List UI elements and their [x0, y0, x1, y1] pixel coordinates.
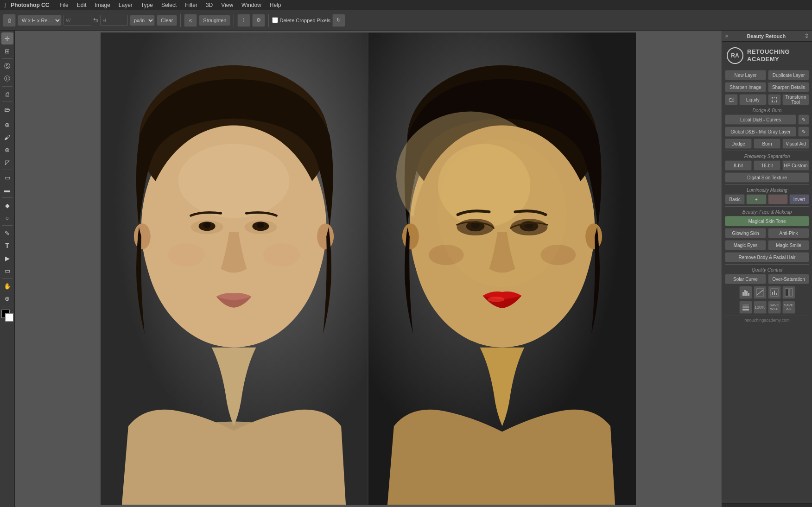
- digital-skin-btn[interactable]: Digital Skin Texture: [725, 172, 809, 183]
- glowing-skin-btn[interactable]: Glowing Skin: [725, 228, 766, 238]
- delete-cropped-label: Delete Cropped Pixels: [272, 17, 330, 23]
- menu-type[interactable]: Type: [137, 1, 157, 9]
- save-web-btn[interactable]: SAVEWEB: [768, 301, 781, 314]
- lumi-plus-btn[interactable]: +: [746, 194, 766, 204]
- menu-view[interactable]: View: [217, 1, 237, 9]
- type-tool[interactable]: T: [1, 240, 13, 252]
- svg-point-13: [263, 243, 300, 266]
- footer-url: retouchingacademy.com: [725, 316, 809, 324]
- menu-3d[interactable]: 3D: [202, 1, 216, 9]
- eraser-tool[interactable]: ▭: [1, 171, 13, 184]
- sharpen-details-btn[interactable]: Sharpen Details: [768, 82, 809, 92]
- menu-help[interactable]: Help: [266, 1, 285, 9]
- hand-tool[interactable]: ✋: [1, 280, 13, 292]
- transform-tool-btn[interactable]: Transform Tool: [782, 94, 810, 105]
- unit-select[interactable]: px/in: [130, 15, 155, 26]
- shape-tool[interactable]: ▭: [1, 265, 13, 277]
- dodge-burn-visual-row: Dodge Burn Visual Aid: [725, 139, 809, 149]
- layers-icon-btn[interactable]: [739, 301, 752, 314]
- grid-icon[interactable]: ⁝: [237, 14, 250, 27]
- crop-ratio-select[interactable]: W x H x Re...: [18, 15, 62, 26]
- solar-curve-btn[interactable]: Solar Curve: [725, 274, 766, 284]
- blur-tool[interactable]: ◆: [1, 199, 13, 211]
- new-layer-btn[interactable]: New Layer: [725, 70, 766, 80]
- plugin-scrollbar[interactable]: [722, 503, 812, 507]
- plugin-header: × Beauty Retouch ⇕: [722, 31, 812, 42]
- before-panel: [101, 32, 368, 505]
- menu-filter[interactable]: Filter: [181, 1, 201, 9]
- remove-hair-btn[interactable]: Remove Body & Facial Hair: [725, 252, 809, 262]
- global-ddb-row: Global D&B - Mid Gray Layer ✎: [725, 127, 809, 137]
- logo-line1: RETOUCHING: [747, 48, 790, 56]
- path-select-tool[interactable]: ▶: [1, 252, 13, 264]
- zoom-tool[interactable]: ⊕: [1, 292, 13, 304]
- magic-eyes-btn[interactable]: Magic Eyes: [725, 240, 766, 250]
- straighten-button[interactable]: Straighten: [199, 15, 230, 26]
- global-ddb-btn[interactable]: Global D&B - Mid Gray Layer: [725, 127, 796, 137]
- magical-skin-btn[interactable]: Magical Skin Tone: [725, 216, 809, 226]
- crop-tool-icon[interactable]: ⎙: [3, 14, 16, 27]
- local-ddb-icon-btn[interactable]: ✎: [798, 114, 809, 125]
- compare-icon-btn[interactable]: [782, 286, 795, 299]
- menu-edit[interactable]: Edit: [73, 1, 90, 9]
- duplicate-layer-btn[interactable]: Duplicate Layer: [768, 70, 809, 80]
- history-brush-tool[interactable]: ◸: [1, 156, 13, 168]
- eyedropper-tool[interactable]: 🗁: [1, 103, 13, 115]
- levels-icon-btn[interactable]: [768, 286, 781, 299]
- background-swatch[interactable]: [5, 313, 13, 322]
- freq-hp-btn[interactable]: HP Custom: [782, 160, 809, 171]
- reset-icon[interactable]: ↻: [332, 14, 345, 27]
- menu-file[interactable]: File: [56, 1, 72, 9]
- pen-tool[interactable]: ✎: [1, 227, 13, 239]
- width-input[interactable]: [63, 15, 91, 26]
- lumi-basic-btn[interactable]: Basic: [725, 194, 745, 204]
- svg-rect-51: [742, 306, 749, 308]
- freq-8bit-btn[interactable]: 8-bit: [725, 160, 752, 171]
- delete-cropped-checkbox[interactable]: [272, 17, 278, 23]
- artboard-tool[interactable]: ⊞: [1, 45, 13, 57]
- zoom-pct-btn[interactable]: 120%: [754, 301, 767, 314]
- burn-btn[interactable]: Burn: [754, 139, 780, 149]
- lasso-tool[interactable]: Ⓢ: [1, 60, 13, 72]
- move-tool[interactable]: ✛: [1, 32, 13, 44]
- curves-icon-btn[interactable]: [754, 286, 767, 299]
- canvas-area: [15, 31, 722, 507]
- straighten-icon[interactable]: ⎋: [184, 14, 197, 27]
- plugin-expand-btn[interactable]: ⇕: [804, 32, 809, 39]
- layer-buttons-row: New Layer Duplicate Layer: [725, 70, 809, 80]
- plugin-close-btn[interactable]: ×: [725, 32, 729, 39]
- menu-image[interactable]: Image: [91, 1, 114, 9]
- settings-icon[interactable]: ⚙: [252, 14, 265, 27]
- histogram-icon-btn[interactable]: [739, 286, 752, 299]
- lumi-minus-btn[interactable]: -: [768, 194, 788, 204]
- menu-select[interactable]: Select: [158, 1, 180, 9]
- global-ddb-icon-btn[interactable]: ✎: [798, 127, 809, 137]
- quick-select-tool[interactable]: Ⓤ: [1, 73, 13, 85]
- svg-rect-48: [785, 289, 788, 296]
- sharpen-image-btn[interactable]: Sharpen Image: [725, 82, 766, 92]
- dodge-btn[interactable]: Dodge: [725, 139, 752, 149]
- logo-area: RA RETOUCHING ACADEMY: [725, 44, 809, 67]
- spot-heal-tool[interactable]: ⊕: [1, 119, 13, 131]
- crop-tool[interactable]: ⎙: [1, 88, 13, 100]
- menu-layer[interactable]: Layer: [115, 1, 136, 9]
- clone-tool[interactable]: ⊛: [1, 144, 13, 156]
- freq-16bit-btn[interactable]: 16-bit: [754, 160, 780, 171]
- magic-smile-btn[interactable]: Magic Smile: [768, 240, 809, 250]
- swap-icon[interactable]: ⇆: [93, 17, 98, 24]
- brush-tool[interactable]: 🖌: [1, 131, 13, 143]
- lumi-invert-btn[interactable]: Invert: [789, 194, 809, 204]
- dodge-tool[interactable]: ○: [1, 212, 13, 224]
- height-input[interactable]: [100, 15, 128, 26]
- menu-window[interactable]: Window: [238, 1, 265, 9]
- svg-point-8: [203, 222, 211, 228]
- liquify-btn[interactable]: Liquify: [739, 94, 767, 105]
- save-as-btn[interactable]: SAVEAS: [782, 301, 795, 314]
- visual-aid-btn[interactable]: Visual Aid: [782, 139, 809, 149]
- local-ddb-btn[interactable]: Local D&B - Curves: [725, 114, 796, 125]
- over-saturation-btn[interactable]: Over-Saturation: [768, 274, 809, 284]
- anti-pink-btn[interactable]: Anti-Pink: [768, 228, 809, 238]
- quality-row: Solar Curve Over-Saturation: [725, 274, 809, 284]
- clear-button[interactable]: Clear: [157, 15, 177, 26]
- gradient-tool[interactable]: ▬: [1, 184, 13, 196]
